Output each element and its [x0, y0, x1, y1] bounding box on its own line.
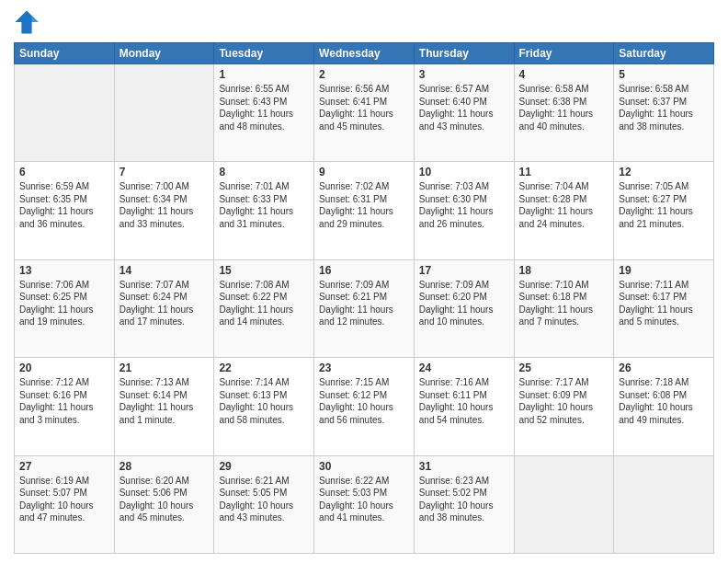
- calendar-cell: 7Sunrise: 7:00 AMSunset: 6:34 PMDaylight…: [114, 162, 214, 259]
- day-number: 12: [619, 166, 709, 178]
- day-number: 6: [19, 166, 109, 178]
- cell-content: Sunrise: 7:13 AMSunset: 6:14 PMDaylight:…: [119, 376, 210, 426]
- cell-content: Sunrise: 6:21 AMSunset: 5:05 PMDaylight:…: [219, 475, 309, 524]
- calendar-cell: 10Sunrise: 7:03 AMSunset: 6:30 PMDayligh…: [414, 162, 514, 259]
- calendar-cell: [114, 64, 214, 162]
- day-number: 31: [419, 460, 509, 473]
- day-number: 28: [119, 460, 210, 473]
- cell-content: Sunrise: 7:11 AMSunset: 6:17 PMDaylight:…: [619, 279, 709, 328]
- cell-content: Sunrise: 6:57 AMSunset: 6:40 PMDaylight:…: [419, 83, 509, 132]
- calendar-week-5: 27Sunrise: 6:19 AMSunset: 5:07 PMDayligh…: [15, 455, 714, 553]
- day-number: 29: [219, 460, 309, 473]
- day-number: 27: [19, 460, 109, 473]
- cell-content: Sunrise: 7:12 AMSunset: 6:16 PMDaylight:…: [19, 376, 109, 426]
- svg-marker-1: [32, 16, 39, 22]
- calendar-week-3: 13Sunrise: 7:06 AMSunset: 6:25 PMDayligh…: [15, 259, 714, 357]
- cell-content: Sunrise: 6:58 AMSunset: 6:37 PMDaylight:…: [619, 83, 709, 132]
- cell-content: Sunrise: 7:14 AMSunset: 6:13 PMDaylight:…: [219, 376, 309, 426]
- cell-content: Sunrise: 7:09 AMSunset: 6:20 PMDaylight:…: [419, 279, 509, 328]
- calendar-cell: 23Sunrise: 7:15 AMSunset: 6:12 PMDayligh…: [314, 358, 415, 455]
- day-number: 14: [119, 264, 210, 277]
- calendar-cell: 27Sunrise: 6:19 AMSunset: 5:07 PMDayligh…: [15, 455, 115, 553]
- calendar-cell: [15, 64, 115, 162]
- day-header-friday: Friday: [514, 43, 614, 64]
- day-number: 19: [619, 264, 709, 277]
- calendar-cell: [514, 455, 614, 553]
- calendar-cell: 22Sunrise: 7:14 AMSunset: 6:13 PMDayligh…: [214, 358, 314, 455]
- day-number: 15: [219, 264, 309, 277]
- day-number: 8: [219, 166, 309, 178]
- day-number: 30: [319, 460, 409, 473]
- calendar-body: 1Sunrise: 6:55 AMSunset: 6:43 PMDaylight…: [15, 64, 714, 554]
- calendar-cell: 24Sunrise: 7:16 AMSunset: 6:11 PMDayligh…: [414, 358, 514, 455]
- calendar-cell: 11Sunrise: 7:04 AMSunset: 6:28 PMDayligh…: [514, 162, 614, 259]
- calendar-cell: 16Sunrise: 7:09 AMSunset: 6:21 PMDayligh…: [314, 259, 415, 357]
- cell-content: Sunrise: 6:23 AMSunset: 5:02 PMDaylight:…: [419, 475, 509, 524]
- calendar-cell: 15Sunrise: 7:08 AMSunset: 6:22 PMDayligh…: [214, 259, 314, 357]
- day-number: 5: [619, 68, 709, 81]
- calendar-cell: 2Sunrise: 6:56 AMSunset: 6:41 PMDaylight…: [314, 64, 415, 162]
- day-number: 7: [119, 166, 210, 178]
- cell-content: Sunrise: 7:01 AMSunset: 6:33 PMDaylight:…: [219, 180, 309, 230]
- calendar-cell: 3Sunrise: 6:57 AMSunset: 6:40 PMDaylight…: [414, 64, 514, 162]
- calendar-cell: 8Sunrise: 7:01 AMSunset: 6:33 PMDaylight…: [214, 162, 314, 259]
- cell-content: Sunrise: 7:09 AMSunset: 6:21 PMDaylight:…: [319, 279, 409, 328]
- calendar-week-2: 6Sunrise: 6:59 AMSunset: 6:35 PMDaylight…: [15, 162, 714, 259]
- cell-content: Sunrise: 7:15 AMSunset: 6:12 PMDaylight:…: [319, 376, 409, 426]
- calendar-cell: 18Sunrise: 7:10 AMSunset: 6:18 PMDayligh…: [514, 259, 614, 357]
- calendar-cell: 9Sunrise: 7:02 AMSunset: 6:31 PMDaylight…: [314, 162, 415, 259]
- day-number: 2: [319, 68, 409, 81]
- cell-content: Sunrise: 6:20 AMSunset: 5:06 PMDaylight:…: [119, 475, 210, 524]
- calendar-cell: 1Sunrise: 6:55 AMSunset: 6:43 PMDaylight…: [214, 64, 314, 162]
- cell-content: Sunrise: 7:06 AMSunset: 6:25 PMDaylight:…: [19, 279, 109, 328]
- calendar-cell: 14Sunrise: 7:07 AMSunset: 6:24 PMDayligh…: [114, 259, 214, 357]
- cell-content: Sunrise: 6:22 AMSunset: 5:03 PMDaylight:…: [319, 475, 409, 524]
- calendar-cell: [614, 455, 714, 553]
- day-number: 26: [619, 362, 709, 374]
- cell-content: Sunrise: 6:56 AMSunset: 6:41 PMDaylight:…: [319, 83, 409, 132]
- cell-content: Sunrise: 7:04 AMSunset: 6:28 PMDaylight:…: [519, 180, 609, 230]
- day-number: 4: [519, 68, 609, 81]
- cell-content: Sunrise: 7:02 AMSunset: 6:31 PMDaylight:…: [319, 180, 409, 230]
- day-number: 9: [319, 166, 409, 178]
- calendar-cell: 28Sunrise: 6:20 AMSunset: 5:06 PMDayligh…: [114, 455, 214, 553]
- calendar-cell: 13Sunrise: 7:06 AMSunset: 6:25 PMDayligh…: [15, 259, 115, 357]
- calendar-cell: 17Sunrise: 7:09 AMSunset: 6:20 PMDayligh…: [414, 259, 514, 357]
- cell-content: Sunrise: 7:10 AMSunset: 6:18 PMDaylight:…: [519, 279, 609, 328]
- calendar-cell: 26Sunrise: 7:18 AMSunset: 6:08 PMDayligh…: [614, 358, 714, 455]
- day-header-monday: Monday: [114, 43, 214, 64]
- day-number: 13: [19, 264, 109, 277]
- logo-icon: [14, 9, 40, 35]
- day-number: 18: [519, 264, 609, 277]
- day-header-sunday: Sunday: [15, 43, 115, 64]
- cell-content: Sunrise: 7:00 AMSunset: 6:34 PMDaylight:…: [119, 180, 210, 230]
- calendar-cell: 25Sunrise: 7:17 AMSunset: 6:09 PMDayligh…: [514, 358, 614, 455]
- day-header-thursday: Thursday: [414, 43, 514, 64]
- day-number: 24: [419, 362, 509, 374]
- cell-content: Sunrise: 6:55 AMSunset: 6:43 PMDaylight:…: [219, 83, 309, 132]
- cell-content: Sunrise: 7:16 AMSunset: 6:11 PMDaylight:…: [419, 376, 509, 426]
- page: SundayMondayTuesdayWednesdayThursdayFrid…: [0, 0, 728, 563]
- calendar-cell: 5Sunrise: 6:58 AMSunset: 6:37 PMDaylight…: [614, 64, 714, 162]
- day-number: 11: [519, 166, 609, 178]
- calendar-cell: 6Sunrise: 6:59 AMSunset: 6:35 PMDaylight…: [15, 162, 115, 259]
- calendar-table: SundayMondayTuesdayWednesdayThursdayFrid…: [14, 42, 714, 554]
- day-number: 25: [519, 362, 609, 374]
- calendar-cell: 19Sunrise: 7:11 AMSunset: 6:17 PMDayligh…: [614, 259, 714, 357]
- cell-content: Sunrise: 7:05 AMSunset: 6:27 PMDaylight:…: [619, 180, 709, 230]
- cell-content: Sunrise: 7:18 AMSunset: 6:08 PMDaylight:…: [619, 376, 709, 426]
- day-number: 20: [19, 362, 109, 374]
- day-number: 1: [219, 68, 309, 81]
- day-header-tuesday: Tuesday: [214, 43, 314, 64]
- day-number: 22: [219, 362, 309, 374]
- day-number: 23: [319, 362, 409, 374]
- calendar-cell: 4Sunrise: 6:58 AMSunset: 6:38 PMDaylight…: [514, 64, 614, 162]
- cell-content: Sunrise: 7:17 AMSunset: 6:09 PMDaylight:…: [519, 376, 609, 426]
- cell-content: Sunrise: 6:59 AMSunset: 6:35 PMDaylight:…: [19, 180, 109, 230]
- header: [14, 9, 714, 35]
- cell-content: Sunrise: 6:58 AMSunset: 6:38 PMDaylight:…: [519, 83, 609, 132]
- cell-content: Sunrise: 7:03 AMSunset: 6:30 PMDaylight:…: [419, 180, 509, 230]
- day-number: 21: [119, 362, 210, 374]
- cell-content: Sunrise: 7:07 AMSunset: 6:24 PMDaylight:…: [119, 279, 210, 328]
- calendar-header-row: SundayMondayTuesdayWednesdayThursdayFrid…: [15, 43, 714, 64]
